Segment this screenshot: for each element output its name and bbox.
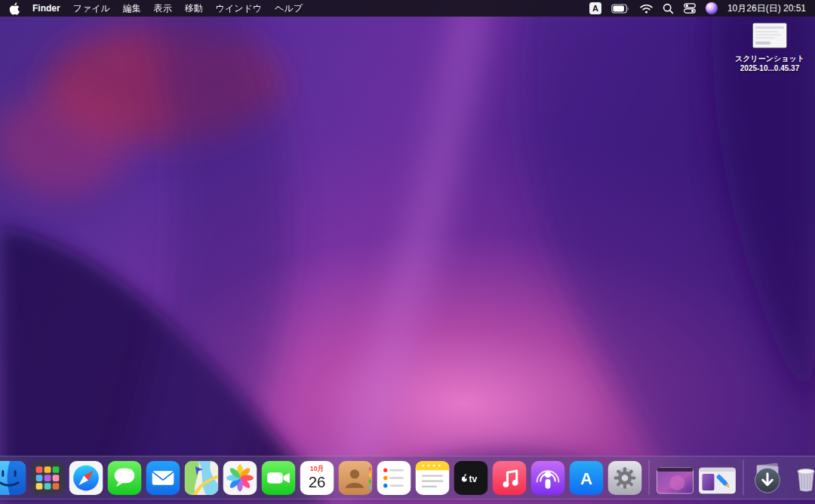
- menu-edit[interactable]: 編集: [123, 2, 141, 15]
- dock-item-launchpad[interactable]: [31, 461, 65, 495]
- battery-icon[interactable]: [611, 4, 630, 14]
- dock: 10月 26: [0, 456, 815, 499]
- music-icon: [493, 461, 527, 495]
- dock-item-apple-tv[interactable]: tv: [454, 461, 488, 495]
- contacts-icon: [339, 461, 373, 495]
- launchpad-icon: [31, 461, 65, 495]
- active-app-name[interactable]: Finder: [32, 3, 60, 14]
- notes-icon: [416, 461, 450, 495]
- maps-icon: [185, 461, 219, 495]
- app-store-label: A: [580, 469, 592, 488]
- menu-view[interactable]: 表示: [154, 2, 172, 15]
- calendar-day-label: 26: [309, 473, 326, 490]
- apple-menu-icon[interactable]: [9, 2, 20, 15]
- dock-item-app-store[interactable]: A: [570, 461, 604, 495]
- file-name-line1: スクリーンショット: [735, 54, 804, 63]
- minimized-window-1-icon: [657, 466, 694, 495]
- screenshot-file-thumbnail: [752, 23, 787, 51]
- dock-item-minimized-window-1[interactable]: [657, 461, 694, 495]
- dock-item-music[interactable]: [493, 461, 527, 495]
- dock-item-downloads[interactable]: [751, 461, 785, 495]
- podcasts-icon: [531, 461, 565, 495]
- dock-item-messages[interactable]: [108, 461, 142, 495]
- wallpaper-waves: [0, 0, 815, 504]
- control-center-icon[interactable]: [684, 3, 696, 14]
- menu-window[interactable]: ウインドウ: [216, 2, 262, 15]
- mail-icon: [146, 461, 180, 495]
- app-store-icon: A: [570, 461, 604, 495]
- siri-icon[interactable]: [706, 2, 718, 14]
- finder-icon: [0, 461, 26, 495]
- dock-item-minimized-window-2[interactable]: [699, 461, 737, 495]
- dock-item-podcasts[interactable]: [531, 461, 565, 495]
- dock-item-calendar[interactable]: 10月 26: [300, 461, 334, 495]
- apple-tv-label: tv: [469, 474, 477, 484]
- messages-icon: [108, 461, 142, 495]
- desktop-file-screenshot[interactable]: スクリーンショット 2025-10...0.45.37: [735, 23, 804, 73]
- file-name-label: スクリーンショット 2025-10...0.45.37: [735, 54, 804, 73]
- reminders-icon: [377, 461, 411, 495]
- menu-help[interactable]: ヘルプ: [275, 2, 303, 15]
- dock-item-notes[interactable]: [416, 461, 450, 495]
- dock-item-contacts[interactable]: [339, 461, 373, 495]
- desktop: Finder ファイル 編集 表示 移動 ウインドウ ヘルプ A: [0, 0, 815, 504]
- menu-bar-clock[interactable]: 10月26日(日) 20:51: [727, 2, 806, 15]
- trash-icon: [789, 461, 815, 495]
- input-source-indicator[interactable]: A: [589, 2, 601, 14]
- downloads-icon: [751, 461, 785, 495]
- dock-divider: [649, 460, 650, 495]
- dock-item-maps[interactable]: [185, 461, 219, 495]
- safari-icon: [69, 461, 103, 495]
- dock-item-trash[interactable]: [789, 461, 815, 495]
- calendar-month-label: 10月: [310, 465, 324, 472]
- dock-item-facetime[interactable]: [262, 461, 296, 495]
- menu-bar: Finder ファイル 編集 表示 移動 ウインドウ ヘルプ A: [0, 0, 815, 17]
- dock-item-photos[interactable]: [223, 461, 257, 495]
- dock-divider-2: [743, 460, 744, 495]
- calendar-icon: 10月 26: [300, 461, 334, 495]
- system-settings-icon: [608, 461, 642, 495]
- dock-item-reminders[interactable]: [377, 461, 411, 495]
- menu-go[interactable]: 移動: [185, 2, 203, 15]
- dock-item-finder[interactable]: [0, 461, 26, 495]
- minimized-window-2-icon: [699, 466, 737, 495]
- menu-file[interactable]: ファイル: [73, 2, 110, 15]
- apple-tv-icon: tv: [454, 461, 488, 495]
- dock-item-mail[interactable]: [146, 461, 180, 495]
- facetime-icon: [262, 461, 296, 495]
- file-name-line2: 2025-10...0.45.37: [735, 63, 804, 73]
- dock-item-system-settings[interactable]: [608, 461, 642, 495]
- spotlight-search-icon[interactable]: [663, 3, 674, 14]
- dock-item-safari[interactable]: [69, 461, 103, 495]
- wifi-icon[interactable]: [640, 4, 653, 14]
- photos-icon: [223, 461, 257, 495]
